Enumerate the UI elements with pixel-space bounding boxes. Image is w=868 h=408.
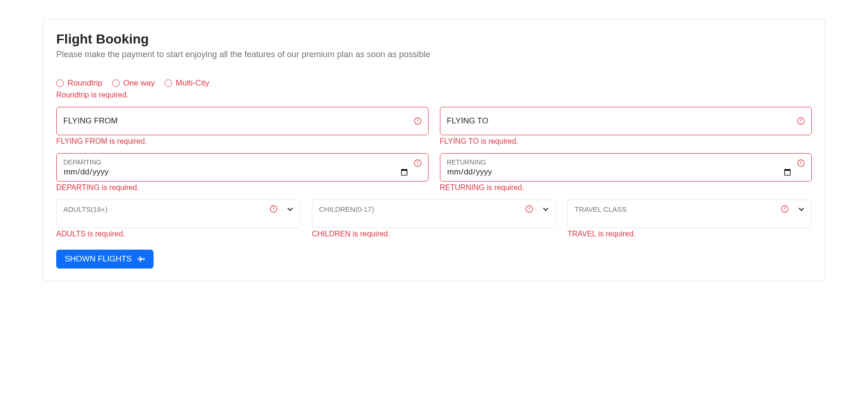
- children-error: CHILDREN is required.: [312, 230, 556, 238]
- travel-class-error: TRAVEL is required.: [567, 230, 812, 238]
- returning-date-field[interactable]: [447, 167, 805, 177]
- radio-circle-icon: [112, 79, 120, 87]
- error-icon: [797, 159, 805, 167]
- radio-oneway-label: One way: [123, 78, 155, 88]
- error-icon: [414, 117, 421, 125]
- adults-error: ADULTS is required.: [56, 230, 301, 238]
- returning-error: RETURNING is required.: [440, 183, 812, 192]
- svg-point-14: [273, 210, 274, 211]
- error-icon: [414, 159, 421, 167]
- shown-flights-label: SHOWN FLIGHTS: [65, 254, 132, 264]
- departing-error: DEPARTING is required.: [56, 183, 429, 192]
- error-icon: [270, 205, 277, 213]
- radio-roundtrip-label: Roundtrip: [68, 78, 103, 88]
- adults-label: ADULTS(18+): [63, 205, 270, 213]
- returning-input[interactable]: RETURNING: [440, 153, 812, 182]
- flying-to-error: FLYING TO is required.: [440, 137, 812, 146]
- children-select[interactable]: CHILDREN(0-17): [312, 200, 556, 228]
- shown-flights-button[interactable]: SHOWN FLIGHTS: [56, 250, 154, 269]
- error-icon: [797, 117, 805, 125]
- svg-point-5: [800, 122, 801, 123]
- flying-to-placeholder: FLYING TO: [447, 116, 798, 126]
- plane-icon: [138, 255, 145, 263]
- svg-point-8: [417, 165, 418, 165]
- svg-point-2: [417, 122, 418, 123]
- children-label: CHILDREN(0-17): [319, 205, 525, 213]
- radio-circle-icon: [164, 79, 172, 87]
- svg-point-17: [529, 210, 529, 211]
- radio-multicity-label: Multi-City: [176, 78, 209, 88]
- flying-from-input[interactable]: FLYING FROM: [56, 107, 429, 135]
- departing-label: DEPARTING: [63, 158, 421, 166]
- departing-date-field[interactable]: [63, 167, 421, 177]
- returning-label: RETURNING: [447, 158, 805, 166]
- travel-class-label: TRAVEL CLASS: [575, 205, 781, 213]
- travel-class-select[interactable]: TRAVEL CLASS: [567, 200, 812, 228]
- chevron-down-icon: [287, 206, 293, 212]
- svg-point-20: [784, 210, 785, 211]
- trip-type-radio-group: Roundtrip One way Multi-City: [56, 78, 812, 88]
- chevron-down-icon: [798, 206, 805, 212]
- error-icon: [525, 205, 533, 213]
- error-icon: [781, 205, 789, 213]
- radio-roundtrip[interactable]: Roundtrip: [56, 78, 103, 88]
- svg-point-11: [800, 165, 801, 165]
- page-subtitle: Please make the payment to start enjoyin…: [56, 50, 812, 60]
- adults-select[interactable]: ADULTS(18+): [56, 200, 301, 228]
- flight-booking-card: Flight Booking Please make the payment t…: [43, 19, 825, 281]
- flying-from-placeholder: FLYING FROM: [63, 116, 414, 126]
- flying-from-error: FLYING FROM is required.: [56, 137, 429, 146]
- trip-type-error: Roundtrip is required.: [56, 91, 812, 99]
- departing-input[interactable]: DEPARTING: [56, 153, 429, 182]
- radio-oneway[interactable]: One way: [112, 78, 155, 88]
- radio-multicity[interactable]: Multi-City: [164, 78, 209, 88]
- radio-circle-icon: [56, 79, 64, 87]
- chevron-down-icon: [542, 206, 549, 212]
- flying-to-input[interactable]: FLYING TO: [440, 107, 812, 135]
- page-title: Flight Booking: [56, 32, 812, 47]
